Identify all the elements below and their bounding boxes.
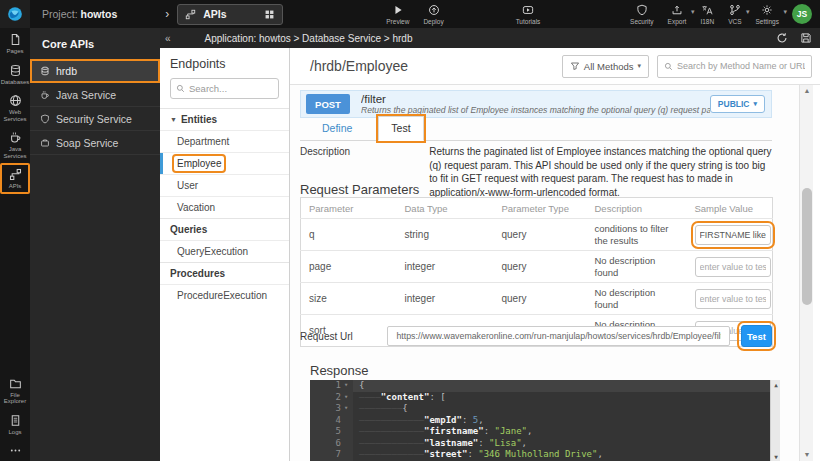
sample-value-input-q[interactable] <box>695 225 771 245</box>
test-button[interactable]: Test <box>741 325 772 347</box>
apis-icon <box>9 168 22 181</box>
endpoint-row-filter[interactable]: POST /filter Returns the paginated list … <box>300 90 772 118</box>
editor-scroll-down-icon[interactable]: ▼ <box>771 453 780 460</box>
column-header: Data Type <box>397 198 494 219</box>
response-code-editor[interactable]: 1▾{2▾――――"content": [3▾――――――――{4―――――――… <box>310 380 780 461</box>
visibility-label: PUBLIC <box>718 99 750 109</box>
databases-icon <box>40 66 50 76</box>
topbar-action-security[interactable]: Security <box>623 0 660 28</box>
rail-item-apis[interactable]: APIs <box>0 163 30 194</box>
endpoints-title: Endpoints <box>160 48 289 78</box>
caret-down-icon: ▾ <box>783 8 787 16</box>
sample-value-input-page[interactable] <box>695 257 771 277</box>
fold-toggle-icon[interactable]: ▾ <box>344 403 353 415</box>
search-icon <box>664 62 673 71</box>
scrollbar-thumb[interactable] <box>802 188 812 305</box>
main-scrollbar[interactable]: ▲ ▼ <box>799 85 813 461</box>
service-item-soap-service[interactable]: Soap Service <box>30 131 160 155</box>
deploy-icon <box>428 4 440 17</box>
collapse-panel-icon[interactable]: « <box>160 33 177 44</box>
endpoint-item-procedureexecution[interactable]: ProcedureExecution <box>160 284 289 306</box>
caret-down-icon: ▾ <box>753 100 757 108</box>
page-title: /hrdb/Employee <box>310 58 408 74</box>
code-line-7: 7――――――――――――"street": "346 Mulholland D… <box>310 449 780 461</box>
service-item-hrdb[interactable]: hrdb <box>30 59 160 83</box>
method-search-input[interactable] <box>677 61 805 71</box>
tab-define[interactable]: Define <box>310 117 364 140</box>
topbar-action-vcs[interactable]: VCS▾ <box>721 0 748 28</box>
project-label: Project: howtos <box>42 8 117 20</box>
api-icon <box>185 9 196 20</box>
fold-toggle-icon[interactable]: ▾ <box>344 392 353 404</box>
save-icon[interactable] <box>794 32 818 44</box>
method-search[interactable] <box>657 55 812 78</box>
topbar-action-settings[interactable]: Settings▾ <box>749 0 787 28</box>
methods-filter-dropdown[interactable]: All Methods ▾ <box>562 55 649 78</box>
endpoint-item-employee[interactable]: Employee <box>160 152 289 174</box>
rail-item-java-services[interactable]: JavaServices <box>0 126 30 163</box>
request-parameters-title: Request Parameters <box>300 182 419 197</box>
sample-value-input-size[interactable] <box>695 289 771 309</box>
code-line-1: 1▾{ <box>310 380 780 392</box>
top-bar: Project: howtos › APIs Preview Deploy Tu… <box>0 0 820 28</box>
visibility-dropdown[interactable]: PUBLIC ▾ <box>710 95 765 113</box>
endpoint-item-queryexecution[interactable]: QueryExecution <box>160 240 289 262</box>
endpoints-group-procedures[interactable]: Procedures <box>160 262 289 284</box>
topbar-left-actions: Preview Deploy Tutorials <box>379 0 547 28</box>
funnel-icon <box>570 61 580 71</box>
scroll-up-icon[interactable]: ▲ <box>800 85 814 97</box>
gutter-pad <box>344 449 353 461</box>
description-text: Returns the paginated list of Employee i… <box>429 145 772 199</box>
databases-icon <box>9 64 22 77</box>
tab-apis[interactable]: APIs <box>177 4 283 25</box>
service-item-security-service[interactable]: Security Service <box>30 107 160 131</box>
parameter-row-size: size integer query No description found <box>301 283 773 315</box>
file-explorer-icon <box>9 377 22 390</box>
rail-item-file-explorer[interactable]: FileExplorer <box>0 372 30 409</box>
fold-toggle-icon[interactable]: ▾ <box>344 380 353 392</box>
topbar-action-tutorials[interactable]: Tutorials <box>509 0 548 28</box>
gutter-pad <box>344 415 353 427</box>
endpoints-search-input[interactable] <box>189 83 274 94</box>
endpoint-item-department[interactable]: Department <box>160 130 289 152</box>
rail-item-databases[interactable]: Databases <box>0 59 30 90</box>
vcs-icon <box>729 4 741 17</box>
refresh-icon[interactable] <box>770 32 794 44</box>
breadcrumb-bar: « Application: howtos > Database Service… <box>160 28 820 48</box>
topbar-action-i18n[interactable]: I18N <box>693 0 721 28</box>
request-url-label: Request Url <box>300 331 387 342</box>
user-avatar[interactable]: JS <box>792 4 812 24</box>
endpoint-item-user[interactable]: User <box>160 174 289 196</box>
topbar-action-preview[interactable]: Preview <box>379 0 416 28</box>
topbar-right-actions: Security Export▾ I18N VCS▾ Settings▾ <box>623 0 786 28</box>
topbar-action-export[interactable]: Export▾ <box>661 0 694 28</box>
grid-icon[interactable] <box>264 9 275 20</box>
editor-scrollbar[interactable]: ▲ ▼ <box>770 380 780 461</box>
scroll-down-icon[interactable]: ▼ <box>800 449 814 461</box>
pages-icon <box>9 33 22 46</box>
endpoints-search[interactable] <box>170 78 279 99</box>
request-url-input[interactable] <box>387 326 729 346</box>
breadcrumb: Application: howtos > Database Service >… <box>205 33 413 44</box>
rail-item-more-menu[interactable] <box>0 439 30 461</box>
logs-icon <box>9 414 22 427</box>
endpoints-group-entities[interactable]: ▼Entities <box>160 108 289 130</box>
rail-item-pages[interactable]: Pages <box>0 28 30 59</box>
define-test-tabs: Define Test <box>300 118 772 141</box>
core-apis-panel: Core APIs hrdbJava ServiceSecurity Servi… <box>30 28 160 461</box>
tab-apis-label: APIs <box>203 8 257 20</box>
column-header: Description <box>587 198 687 219</box>
wavemaker-logo[interactable] <box>0 0 30 28</box>
chevron-right-icon[interactable]: › <box>165 7 169 21</box>
endpoints-group-queries[interactable]: Queries <box>160 218 289 240</box>
request-url-row: Request Url Test <box>300 325 772 347</box>
rail-item-logs[interactable]: Logs <box>0 409 30 440</box>
service-item-java-service[interactable]: Java Service <box>30 83 160 107</box>
topbar-action-deploy[interactable]: Deploy <box>416 0 450 28</box>
column-header: Sample Value <box>687 198 773 219</box>
code-line-4: 4――――――――――――"empId": 5, <box>310 415 780 427</box>
rail-item-web-services[interactable]: WebServices <box>0 89 30 126</box>
tab-test[interactable]: Test <box>378 116 423 141</box>
editor-scroll-up-icon[interactable]: ▲ <box>771 381 780 388</box>
endpoint-item-vacation[interactable]: Vacation <box>160 196 289 218</box>
